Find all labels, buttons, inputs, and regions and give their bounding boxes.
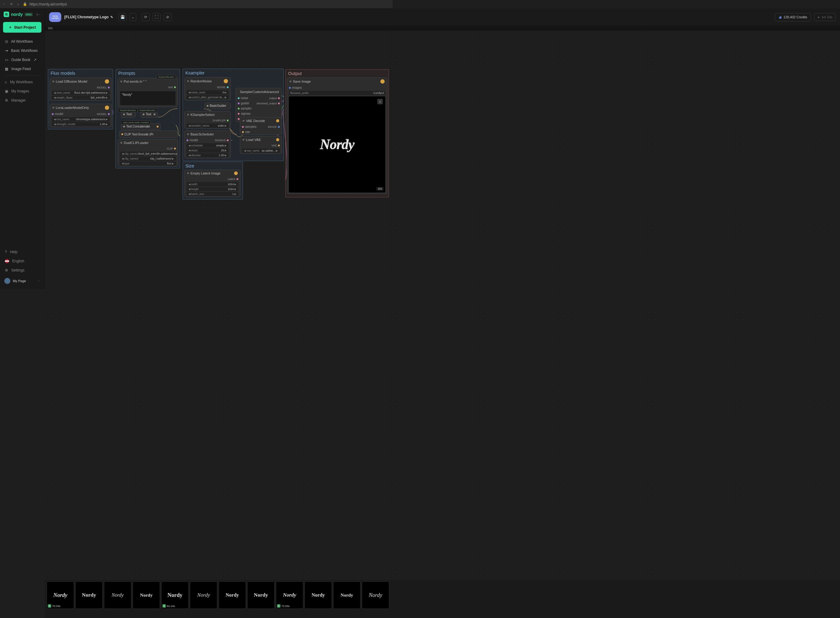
- lock-icon: 🔒: [23, 2, 27, 6]
- node-lora-loader[interactable]: LoraLoaderModelOnly modelMODEL ◀lora_nam…: [50, 104, 112, 127]
- brand-name: nordy: [11, 12, 23, 17]
- save-button[interactable]: 💾: [119, 13, 126, 21]
- mascot-icon: [276, 138, 279, 141]
- nav-image-feed[interactable]: ▦Image Feed: [0, 64, 44, 74]
- field-lora-name[interactable]: ◀lora_namechrometype.safetensors▶: [52, 117, 110, 122]
- flow-icon: ⇥: [5, 49, 8, 53]
- expand-icon: ⛶: [155, 15, 159, 19]
- mascot-icon: [172, 132, 176, 136]
- nav-language[interactable]: English: [0, 257, 44, 266]
- node-clip-encode[interactable]: CLIP Text Encode (Pr: [119, 131, 178, 138]
- branch-icon: ⎌: [5, 80, 7, 84]
- mascot-icon: [381, 79, 385, 83]
- field-weight-dtype[interactable]: ◀weight_dtypefp8_e4m3fn▶: [52, 95, 110, 100]
- save-dropdown[interactable]: ⌄: [130, 13, 136, 21]
- expand-button[interactable]: ⛶: [153, 13, 161, 21]
- chevron-down-icon: ⌄: [131, 15, 135, 19]
- node-empty-latent[interactable]: Empty Latent Image Latent ◀width1024▶ ◀h…: [184, 169, 240, 197]
- more-icon[interactable]: ⋯: [37, 279, 40, 283]
- node-text-1[interactable]: tinyterraNodes Text: [121, 111, 136, 118]
- help-icon: ?: [5, 250, 7, 254]
- field-clip2[interactable]: ◀clip_name2clip_l.safetensors▶: [120, 156, 176, 161]
- node-text-2[interactable]: tinyterraNodes Text: [141, 111, 158, 118]
- nav-my-images[interactable]: ▣My Images: [0, 87, 44, 96]
- cancel-button[interactable]: ⊘: [164, 13, 172, 21]
- mascot-icon: [227, 104, 228, 107]
- mascot-icon: [105, 79, 109, 83]
- url-text: https://nordy.ai/comfyui: [30, 2, 67, 6]
- field-denoise[interactable]: ◀denoise1.00▶: [187, 153, 228, 157]
- field-vae-name[interactable]: ◀vae_nameae.safete...▶: [242, 149, 280, 153]
- node-ksampler-select[interactable]: KSamplerSelect SAMPLER ◀sampler_nameeule…: [184, 111, 231, 129]
- plus-icon: ＋: [9, 25, 12, 30]
- mascot-icon: [105, 105, 109, 110]
- node-sampler-custom-advanced[interactable]: SamplerCustomAdvanced noiseoutput guider…: [236, 88, 282, 122]
- workflow-title: [FLUX] Chrometype Logo ✎: [64, 15, 113, 19]
- rendered-logo: Nordy: [320, 136, 354, 153]
- sidebar-header: N nordy Beta |←: [0, 9, 44, 20]
- nav-guide-book[interactable]: ▭Guide Book↗: [0, 55, 44, 64]
- node-put-words[interactable]: tinyterraNodes Put words in " " text "No…: [118, 78, 178, 107]
- sidebar-footer: ?Help English ⚙Settings My Page ⋯: [0, 247, 44, 289]
- field-seed[interactable]: ◀noise_seed0▶: [187, 90, 228, 95]
- output-image-preview[interactable]: x Nordy 2/4: [289, 97, 385, 193]
- nav-manager[interactable]: ⚙Manager: [0, 96, 44, 105]
- nav-my-workflows[interactable]: ⎌My Workflows: [0, 77, 44, 87]
- mascot-icon: [224, 79, 228, 83]
- mascot-icon: [234, 171, 238, 175]
- cancel-icon: ⊘: [166, 15, 169, 19]
- nav-all-workflows[interactable]: ◷All Workflows: [0, 37, 44, 46]
- collapse-sidebar-icon[interactable]: |←: [37, 12, 41, 16]
- node-load-vae[interactable]: Load VAE VAE ◀vae_nameae.safete...▶: [240, 136, 282, 154]
- field-unet-name[interactable]: ◀unet_nameflux1-dev-fp8.safetensors▶: [52, 91, 110, 95]
- refresh-icon: ⟳: [144, 15, 147, 19]
- flag-us-icon: [5, 259, 9, 263]
- home-icon[interactable]: ⌂: [17, 2, 19, 6]
- node-basic-guider[interactable]: BasicGuider: [204, 103, 231, 109]
- nav-divider: [4, 75, 40, 76]
- image-icon: ▦: [5, 67, 8, 71]
- nav-basic-workflows[interactable]: ⇥Basic Workflows: [0, 46, 44, 55]
- field-width[interactable]: ◀width1024▶: [187, 182, 239, 186]
- external-link-icon: ↗: [34, 58, 37, 62]
- field-steps[interactable]: ◀steps25▶: [187, 148, 228, 153]
- field-clip1[interactable]: ◀clip_name1t5xxl_fp8_e4m3fn.safetensors▶: [120, 152, 176, 156]
- avatar: [4, 278, 10, 284]
- mascot-icon: [276, 119, 279, 122]
- field-ctrl-after[interactable]: ◀control_after_generatein...▶: [187, 95, 228, 100]
- settings-icon: ⚙: [5, 268, 8, 272]
- node-text-concat[interactable]: was-node-suite-comfyui Text Concatenate: [121, 123, 161, 130]
- prompt-textarea[interactable]: "Nordy": [120, 91, 176, 105]
- field-sampler-name[interactable]: ◀sampler_nameeuler▶: [187, 123, 228, 128]
- back-icon[interactable]: ←: [3, 2, 6, 6]
- node-vae-decode[interactable]: VAE Decode samplesIMAGE vae: [240, 117, 282, 135]
- close-preview-button[interactable]: x: [377, 99, 383, 104]
- start-project-button[interactable]: ＋ Start Project: [3, 22, 41, 33]
- edit-title-icon[interactable]: ✎: [110, 15, 113, 19]
- field-scheduler[interactable]: ◀schedulersimple▶: [187, 143, 228, 148]
- field-clip-type[interactable]: ◀typeflux▶: [120, 161, 176, 166]
- node-basic-scheduler[interactable]: BasicScheduler modelSIGMAS ◀schedulersim…: [184, 131, 231, 158]
- field-filename-prefix[interactable]: filename_prefixComfyUI: [289, 91, 385, 95]
- node-canvas[interactable]: Flux models Prompts Ksampler Size Output…: [45, 31, 393, 289]
- image-counter: 2/4: [376, 187, 384, 191]
- field-batch-size[interactable]: ◀batch_size1▶: [187, 192, 239, 196]
- comfyui-icon[interactable]: nordy comfyui: [49, 12, 61, 22]
- book-icon: ▭: [5, 58, 8, 62]
- nav-help[interactable]: ?Help: [0, 247, 44, 257]
- node-save-image[interactable]: Save Image images filename_prefixComfyUI…: [287, 77, 387, 194]
- save-icon: 💾: [120, 15, 125, 19]
- refresh-button[interactable]: ⟳: [142, 13, 150, 21]
- reload-icon[interactable]: ⟳: [10, 2, 13, 6]
- url-bar[interactable]: 🔒 https://nordy.ai/comfyui: [23, 2, 390, 6]
- browser-bar: ← ⟳ ⌂ 🔒 https://nordy.ai/comfyui: [0, 0, 393, 9]
- nav-my-page[interactable]: My Page ⋯: [0, 275, 44, 287]
- logo-icon: N: [4, 12, 9, 17]
- field-strength[interactable]: ◀strength_model1.00▶: [52, 122, 110, 126]
- node-load-diffusion[interactable]: Load Diffusion Model MODEL ◀unet_nameflu…: [50, 77, 112, 101]
- nav-settings[interactable]: ⚙Settings: [0, 266, 44, 275]
- node-dualclip[interactable]: DualCLIPLoader CLIP ◀clip_name1t5xxl_fp8…: [118, 139, 178, 166]
- sidebar: N nordy Beta |← ＋ Start Project ◷All Wor…: [0, 9, 45, 289]
- field-height[interactable]: ◀height1024▶: [187, 187, 239, 191]
- node-random-noise[interactable]: RandomNoise NOISE ◀noise_seed0▶ ◀control…: [184, 77, 231, 100]
